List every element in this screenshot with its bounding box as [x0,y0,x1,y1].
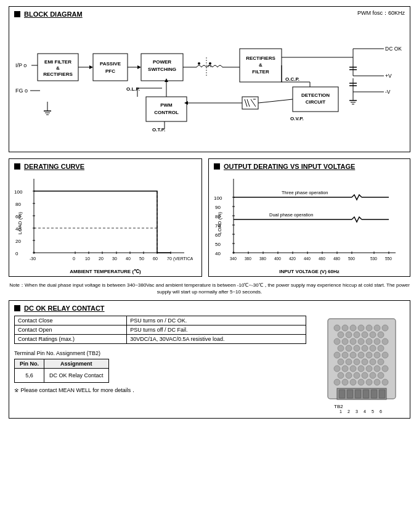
pwm-freq: PWM fosc：60KHz [357,9,405,17]
svg-text:3: 3 [356,409,358,414]
svg-text:70: 70 [167,256,172,261]
contact-open-value: PSU turns off / DC Fail. [127,325,306,335]
charts-row: DERATING CURVE 0 20 40 60 8 [9,158,410,277]
svg-text:LOAD (%): LOAD (%) [17,211,23,234]
svg-point-208 [370,372,376,379]
svg-point-201 [366,366,372,372]
svg-text:20: 20 [99,256,104,261]
svg-text:SWITCHING: SWITCHING [148,67,176,72]
contact-ratings-label: Contact Ratings (max.) [15,335,127,344]
svg-point-172 [342,338,348,345]
svg-text:FILTER: FILTER [252,69,269,75]
dcok-left: Contact Close PSU turns on / DC OK. Cont… [14,316,306,414]
svg-text:O.V.P.: O.V.P. [290,116,304,121]
svg-text:30: 30 [112,256,117,261]
svg-text:380: 380 [259,256,266,261]
svg-point-204 [338,372,344,379]
svg-text:Three phase operation: Three phase operation [282,190,328,195]
svg-text:-V: -V [385,89,391,95]
dcok-right: TB2 1 2 3 4 5 6 [319,316,405,414]
svg-point-199 [350,366,356,372]
svg-text:RECTIFIERS: RECTIFIERS [246,55,275,61]
svg-text:2: 2 [348,409,350,414]
output-derating-chart: 40 50 60 70 80 90 100 LOAD (%) [214,174,405,272]
pin-no-header: Pin No. [15,359,44,369]
svg-point-162 [366,325,372,331]
svg-text:60: 60 [153,256,158,261]
table-row: 5,6 DC OK Relay Contact [15,369,109,383]
psu-image-svg: TB2 1 2 3 4 5 6 [322,316,402,414]
svg-text:10: 10 [85,256,90,261]
svg-point-184 [334,352,340,358]
svg-text:&: & [56,65,60,71]
please-contact: ※ Please contact MEAN WELL for more deta… [14,387,306,395]
svg-point-202 [374,366,380,372]
svg-rect-222 [371,390,377,398]
svg-point-216 [382,379,388,385]
svg-marker-11 [89,65,93,69]
svg-text:40: 40 [126,256,131,261]
dcok-inner: Contact Close PSU turns on / DC OK. Cont… [14,316,405,414]
svg-text:1: 1 [340,409,342,414]
svg-point-164 [382,325,388,331]
svg-point-195 [370,359,376,365]
svg-point-189 [374,352,380,358]
svg-text:DC OK: DC OK [385,46,402,52]
svg-rect-221 [363,390,369,398]
svg-point-209 [378,372,384,379]
assignment-header: Assignment [44,359,109,369]
dcok-title: DC OK RELAY CONTACT [24,305,105,312]
block-diagram-header: BLOCK DIAGRAM [14,10,405,18]
svg-point-182 [370,345,376,351]
svg-point-160 [350,325,356,331]
svg-text:PFC: PFC [105,68,115,74]
svg-text:440: 440 [304,256,311,261]
svg-text:550: 550 [385,256,392,261]
svg-text:CONTROL: CONTROL [154,110,179,115]
svg-text:530: 530 [370,256,377,261]
svg-point-190 [382,352,388,358]
contact-close-value: PSU turns on / DC OK. [127,316,306,325]
svg-text:340: 340 [230,256,237,261]
svg-rect-219 [347,390,353,398]
svg-text:6: 6 [380,409,382,414]
fg-label: FG o [15,88,28,94]
svg-text:POWER: POWER [153,59,171,65]
svg-point-177 [382,338,388,345]
svg-text:4: 4 [364,409,366,414]
svg-point-205 [346,372,352,379]
dcok-square [14,305,20,311]
output-square [214,163,220,170]
table-row: Contact Close PSU turns on / DC OK. [15,316,306,325]
svg-point-194 [362,359,368,365]
contact-open-label: Contact Open [15,325,127,335]
svg-point-197 [334,366,340,372]
svg-text:360: 360 [245,256,251,261]
svg-point-23 [209,62,211,65]
output-derating-header: OUTPUT DERATING VS INPUT VOLTAGE [214,163,405,170]
svg-point-212 [350,379,356,385]
terminal-label: Terminal Pin No. Assignment (TB2) [14,350,306,356]
svg-text:(VERTICAL): (VERTICAL) [173,256,193,261]
svg-text:&: & [259,62,262,68]
svg-point-185 [342,352,348,358]
svg-rect-220 [355,390,361,398]
svg-text:CIRCUIT: CIRCUIT [306,99,326,105]
svg-text:20: 20 [15,239,21,244]
svg-text:500: 500 [348,256,355,261]
svg-text:O.T.P.: O.T.P. [152,127,165,133]
svg-rect-12 [93,54,128,81]
header-square [14,11,20,17]
svg-text:TB2: TB2 [334,404,343,409]
derating-section: DERATING CURVE 0 20 40 60 8 [9,158,202,277]
block-diagram-title: BLOCK DIAGRAM [24,10,83,18]
svg-point-175 [366,338,372,345]
svg-point-176 [374,338,380,345]
svg-point-183 [378,345,384,351]
svg-point-179 [346,345,352,351]
output-derating-title: OUTPUT DERATING VS INPUT VOLTAGE [224,163,355,170]
svg-point-22 [198,62,200,65]
svg-rect-218 [339,390,345,398]
contact-close-label: Contact Close [15,316,127,325]
svg-text:460: 460 [319,256,325,261]
